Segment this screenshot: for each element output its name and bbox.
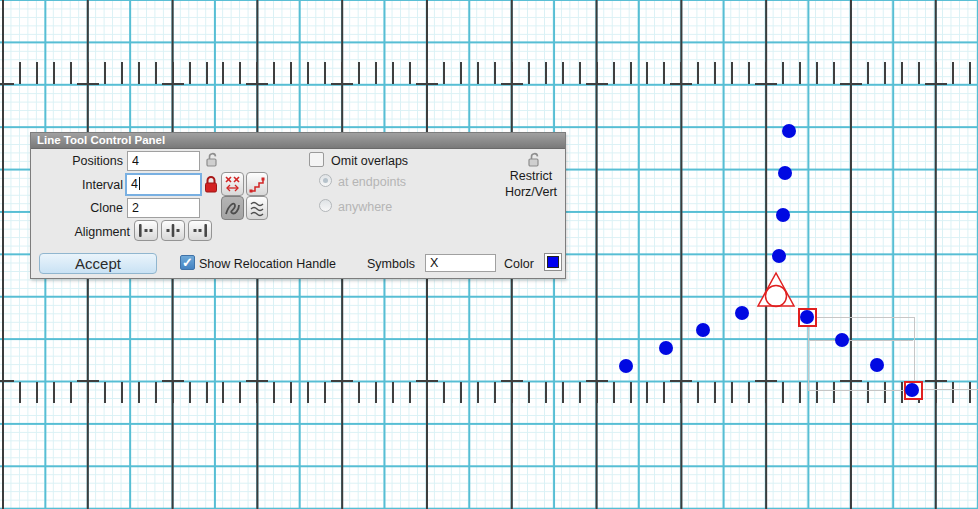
ruler-tick: [87, 382, 89, 403]
align-left-button[interactable]: [134, 220, 158, 241]
omit-overlaps-checkbox[interactable]: [309, 152, 324, 167]
ruler-tick: [324, 382, 326, 403]
ruler-tick: [613, 382, 615, 403]
ruler-tick: [969, 62, 971, 84]
ruler-tick: [579, 62, 581, 84]
ruler-tick: [630, 62, 632, 84]
anywhere-radio[interactable]: [319, 199, 332, 212]
color-swatch-fill: [547, 256, 559, 268]
symbol-dot[interactable]: [696, 323, 710, 337]
ruler-tick: [2, 62, 4, 84]
ruler-tick: [256, 382, 258, 403]
positions-unlock-icon[interactable]: [204, 152, 219, 171]
ruler-tick: [714, 62, 716, 84]
remove-endpoints-button[interactable]: [221, 172, 244, 196]
stair-step-button[interactable]: [246, 172, 268, 196]
ruler-tick: [443, 382, 445, 403]
clone-waves-button[interactable]: [246, 196, 268, 220]
ruler-tick: [172, 62, 174, 84]
document-canvas[interactable]: Line Tool Control Panel Positions Omit o…: [0, 0, 978, 509]
symbol-dot[interactable]: [735, 306, 749, 320]
symbol-dot[interactable]: [778, 166, 792, 180]
accept-button[interactable]: Accept: [39, 253, 157, 274]
line-tool-control-panel: Line Tool Control Panel Positions Omit o…: [30, 132, 566, 279]
ruler-tick: [748, 382, 750, 403]
ruler-baseline-segment: [416, 380, 438, 382]
ruler-tick: [918, 62, 920, 84]
restrict-label-line1: Restrict: [493, 169, 569, 183]
ruler-tick: [189, 62, 191, 84]
ruler-tick: [477, 62, 479, 84]
ruler-tick: [816, 62, 818, 84]
ruler-tick: [392, 382, 394, 403]
ruler-baseline-segment: [755, 380, 777, 382]
alignment-label: Alignment: [41, 225, 130, 239]
symbol-dot[interactable]: [619, 359, 633, 373]
ruler-tick: [630, 382, 632, 403]
ruler-tick: [511, 382, 513, 403]
interval-input[interactable]: 4: [125, 173, 202, 196]
ruler-tick: [460, 382, 462, 403]
symbol-dot[interactable]: [776, 208, 790, 222]
ruler-tick: [155, 382, 157, 403]
ruler-tick: [782, 62, 784, 84]
ruler-tick: [256, 62, 258, 84]
align-center-button[interactable]: [161, 220, 185, 241]
selection-bounds: [808, 317, 915, 391]
ruler-tick: [765, 62, 767, 84]
ruler-tick: [714, 382, 716, 403]
ruler-tick: [121, 62, 123, 84]
ruler-tick: [867, 62, 869, 84]
ruler-tick: [19, 62, 21, 84]
ruler-tick: [53, 62, 55, 84]
ruler-tick: [765, 382, 767, 403]
ruler-tick: [494, 382, 496, 403]
ruler-tick: [596, 382, 598, 403]
ruler-tick: [2, 382, 4, 403]
symbol-dot[interactable]: [835, 333, 849, 347]
ruler-tick: [273, 382, 275, 403]
ruler-baseline-segment: [246, 83, 268, 85]
ruler-tick: [935, 62, 937, 84]
color-swatch[interactable]: [544, 253, 562, 271]
ruler-baseline-segment: [755, 83, 777, 85]
panel-title[interactable]: Line Tool Control Panel: [31, 133, 565, 149]
ruler-tick: [494, 62, 496, 84]
ruler-tick: [375, 382, 377, 403]
symbol-dot[interactable]: [800, 310, 814, 324]
at-endpoints-radio[interactable]: [319, 174, 332, 187]
omit-overlaps-label: Omit overlaps: [331, 154, 408, 168]
ruler-tick: [663, 62, 665, 84]
symbol-dot[interactable]: [772, 249, 786, 263]
text-caret: [139, 177, 140, 190]
ruler-tick: [341, 382, 343, 403]
ruler-baseline-segment: [162, 83, 184, 85]
ruler-tick: [409, 382, 411, 403]
show-relocation-checkbox[interactable]: ✓: [180, 255, 195, 270]
interval-label: Interval: [41, 178, 123, 192]
ruler-tick: [579, 382, 581, 403]
ruler-tick: [833, 62, 835, 84]
symbol-dot[interactable]: [782, 124, 796, 138]
ruler-tick: [19, 382, 21, 403]
ruler-tick: [528, 62, 530, 84]
ruler-tick: [799, 382, 801, 403]
ruler-tick: [646, 382, 648, 403]
symbol-dot[interactable]: [905, 383, 919, 397]
ruler-tick: [222, 382, 224, 403]
ruler-tick: [290, 382, 292, 403]
align-right-button[interactable]: [188, 220, 212, 241]
clone-spiral-button[interactable]: [221, 196, 244, 220]
ruler-baseline-segment: [501, 380, 523, 382]
interval-lock-icon[interactable]: [203, 174, 219, 198]
relocation-handle[interactable]: [754, 271, 798, 316]
clone-label: Clone: [41, 201, 123, 215]
ruler-tick: [307, 62, 309, 84]
ruler-tick: [511, 62, 513, 84]
symbol-dot[interactable]: [870, 358, 884, 372]
clone-input[interactable]: [127, 198, 200, 218]
positions-input[interactable]: [127, 151, 200, 171]
symbol-dot[interactable]: [659, 341, 673, 355]
radio-dot: [323, 178, 328, 183]
symbols-input[interactable]: [425, 254, 496, 272]
